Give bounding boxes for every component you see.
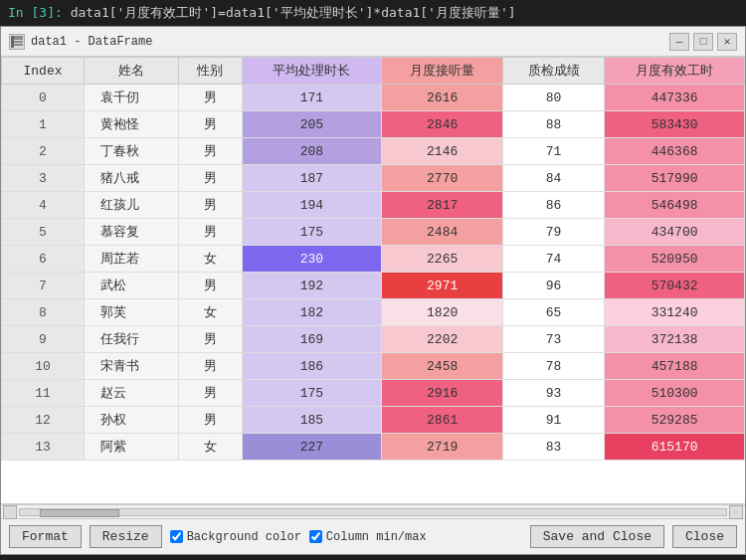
titlebar: data1 - DataFrame — □ ✕	[1, 27, 745, 57]
col-minmax-checkbox-group: Column min/max	[309, 530, 427, 544]
cell-calls: 1820	[382, 299, 503, 326]
table-container[interactable]: Index 姓名 性别 平均处理时长 月度接听量 质检成绩 月度有效工时 0 袁…	[1, 57, 745, 504]
cell-hours: 457188	[605, 353, 745, 380]
cell-gender: 男	[178, 326, 242, 353]
cell-avg: 192	[242, 273, 382, 299]
close-button[interactable]: Close	[672, 525, 737, 548]
window-close-button[interactable]: ✕	[717, 33, 737, 51]
cell-hours: 520950	[605, 246, 745, 273]
bg-color-checkbox[interactable]	[170, 530, 183, 543]
cell-quality: 74	[502, 246, 604, 273]
cell-quality: 71	[502, 138, 604, 165]
cell-gender: 男	[178, 380, 242, 407]
cell-index: 12	[2, 407, 85, 434]
table-row: 3 猪八戒 男 187 2770 84 517990	[2, 165, 745, 192]
cell-quality: 91	[502, 407, 604, 434]
cell-gender: 男	[178, 165, 242, 192]
bottom-toolbar: Format Resize Background color Column mi…	[1, 518, 745, 554]
cell-hours: 447336	[605, 85, 745, 111]
col-header-quality: 质检成绩	[502, 58, 604, 85]
dataframe-table: Index 姓名 性别 平均处理时长 月度接听量 质检成绩 月度有效工时 0 袁…	[1, 57, 745, 461]
scroll-left-button[interactable]: ◀	[3, 505, 17, 519]
table-row: 5 慕容复 男 175 2484 79 434700	[2, 219, 745, 246]
cell-gender: 女	[178, 246, 242, 273]
bg-color-label: Background color	[187, 530, 301, 544]
horizontal-scrollbar[interactable]: ◀ ▶	[1, 504, 745, 518]
cell-avg: 194	[242, 192, 382, 219]
cell-hours: 615170	[605, 434, 745, 461]
svg-rect-3	[11, 36, 14, 48]
save-close-button[interactable]: Save and Close	[530, 525, 664, 548]
maximize-button[interactable]: □	[693, 33, 713, 51]
cell-calls: 2817	[382, 192, 503, 219]
cell-avg: 175	[242, 219, 382, 246]
cell-quality: 73	[502, 326, 604, 353]
col-minmax-checkbox[interactable]	[309, 530, 322, 543]
cell-avg: 186	[242, 353, 382, 380]
cell-quality: 83	[502, 434, 604, 461]
cell-name: 慕容复	[85, 219, 179, 246]
cell-calls: 2146	[382, 138, 503, 165]
cell-quality: 78	[502, 353, 604, 380]
cell-hours: 583430	[605, 111, 745, 138]
table-row: 6 周芷若 女 230 2265 74 520950	[2, 246, 745, 273]
table-row: 9 任我行 男 169 2202 73 372138	[2, 326, 745, 353]
table-header-row: Index 姓名 性别 平均处理时长 月度接听量 质检成绩 月度有效工时	[2, 58, 745, 85]
dataframe-icon	[9, 34, 25, 50]
table-row: 12 孙权 男 185 2861 91 529285	[2, 407, 745, 434]
cell-avg: 182	[242, 299, 382, 326]
cell-hours: 331240	[605, 299, 745, 326]
cell-calls: 2916	[382, 380, 503, 407]
cell-quality: 96	[502, 273, 604, 299]
cell-avg: 171	[242, 85, 382, 111]
cell-name: 周芷若	[85, 246, 179, 273]
cell-avg: 187	[242, 165, 382, 192]
cell-name: 黄袍怪	[85, 111, 179, 138]
cell-calls: 2484	[382, 219, 503, 246]
table-row: 1 黄袍怪 男 205 2846 88 583430	[2, 111, 745, 138]
cell-index: 2	[2, 138, 85, 165]
table-row: 10 宋青书 男 186 2458 78 457188	[2, 353, 745, 380]
cell-gender: 男	[178, 219, 242, 246]
cell-name: 猪八戒	[85, 165, 179, 192]
cell-calls: 2770	[382, 165, 503, 192]
cell-index: 5	[2, 219, 85, 246]
cell-index: 0	[2, 85, 85, 111]
cell-quality: 65	[502, 299, 604, 326]
cell-quality: 86	[502, 192, 604, 219]
cell-name: 宋青书	[85, 353, 179, 380]
cell-avg: 185	[242, 407, 382, 434]
cell-name: 武松	[85, 273, 179, 299]
cell-calls: 2202	[382, 326, 503, 353]
dataframe-window: data1 - DataFrame — □ ✕ Index 姓名 性别 平均处理…	[0, 26, 746, 555]
cell-hours: 529285	[605, 407, 745, 434]
cell-gender: 男	[178, 138, 242, 165]
cell-name: 任我行	[85, 326, 179, 353]
cell-calls: 2846	[382, 111, 503, 138]
table-row: 13 阿紫 女 227 2719 83 615170	[2, 434, 745, 461]
col-header-gender: 性别	[178, 58, 242, 85]
scroll-thumb[interactable]	[40, 509, 119, 517]
cell-name: 袁千仞	[85, 85, 179, 111]
scroll-track[interactable]	[19, 508, 727, 516]
cell-hours: 446368	[605, 138, 745, 165]
cell-hours: 434700	[605, 219, 745, 246]
cell-name: 郭芙	[85, 299, 179, 326]
cell-calls: 2719	[382, 434, 503, 461]
minimize-button[interactable]: —	[669, 33, 689, 51]
cell-name: 孙权	[85, 407, 179, 434]
cell-gender: 男	[178, 111, 242, 138]
bg-color-checkbox-group: Background color	[170, 530, 301, 544]
cell-avg: 205	[242, 111, 382, 138]
cell-gender: 男	[178, 273, 242, 299]
cell-name: 丁春秋	[85, 138, 179, 165]
resize-button[interactable]: Resize	[90, 525, 162, 548]
cell-gender: 男	[178, 192, 242, 219]
cell-index: 8	[2, 299, 85, 326]
cell-name: 阿紫	[85, 434, 179, 461]
scroll-right-button[interactable]: ▶	[729, 505, 743, 519]
format-button[interactable]: Format	[9, 525, 82, 548]
cell-index: 1	[2, 111, 85, 138]
titlebar-controls: — □ ✕	[669, 33, 737, 51]
cell-hours: 546498	[605, 192, 745, 219]
